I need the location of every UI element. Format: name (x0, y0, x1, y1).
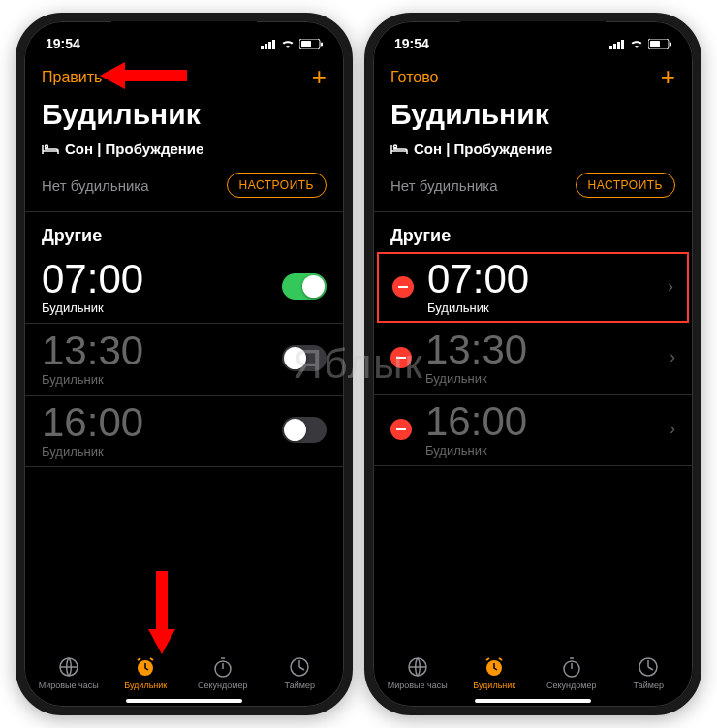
svg-rect-6 (321, 42, 323, 46)
svg-rect-19 (670, 42, 671, 46)
wifi-icon (280, 39, 296, 49)
stopwatch-icon (211, 655, 234, 679)
delete-alarm-button[interactable] (392, 276, 414, 298)
no-alarm-label: Нет будильника (390, 177, 498, 194)
tab-world-clock[interactable]: Мировые часы (379, 655, 456, 690)
alarm-time: 16:00 (42, 401, 282, 444)
svg-rect-16 (621, 40, 624, 49)
status-icons (609, 39, 671, 49)
timer-icon (637, 655, 660, 679)
tab-alarm[interactable]: Будильник (108, 655, 185, 690)
home-indicator[interactable] (475, 699, 591, 703)
svg-rect-0 (261, 46, 264, 49)
tab-timer[interactable]: Таймер (610, 655, 688, 690)
alarm-clock-icon (483, 655, 506, 679)
cellular-icon (609, 39, 625, 49)
tab-bar: Мировые часы Будильник Секундомер Таймер (24, 649, 344, 694)
wifi-icon (629, 39, 644, 49)
svg-rect-1 (265, 44, 267, 49)
done-button[interactable]: Готово (390, 69, 438, 86)
tab-label: Мировые часы (388, 681, 448, 690)
alarm-label: Будильник (427, 301, 660, 315)
nav-bar: Готово + (373, 56, 693, 96)
add-alarm-button[interactable]: + (312, 62, 327, 92)
svg-marker-11 (100, 62, 187, 89)
battery-icon (299, 39, 323, 49)
tab-timer[interactable]: Таймер (262, 655, 339, 690)
sleep-label: Сон | Пробуждение (414, 141, 552, 157)
setup-button[interactable]: НАСТРОИТЬ (227, 173, 327, 198)
notch (111, 21, 257, 45)
svg-marker-12 (148, 571, 175, 654)
alarm-toggle[interactable] (282, 417, 327, 443)
tab-label: Таймер (634, 681, 664, 690)
sleep-setup-row: Нет будильника НАСТРОИТЬ (373, 163, 693, 212)
page-title: Будильник (24, 96, 344, 141)
alarm-time: 07:00 (42, 258, 282, 301)
setup-button[interactable]: НАСТРОИТЬ (576, 173, 675, 198)
alarm-time: 13:30 (42, 330, 282, 372)
tab-bar: Мировые часы Будильник Секундомер Таймер (373, 649, 693, 694)
alarm-time: 16:00 (425, 400, 662, 443)
annotation-arrow-icon (100, 56, 187, 95)
globe-icon (406, 655, 429, 679)
status-time: 19:54 (46, 36, 80, 51)
alarm-row[interactable]: 13:30 Будильник (24, 324, 344, 396)
tab-label: Таймер (285, 681, 315, 690)
other-section-header: Другие (373, 212, 693, 252)
tab-label: Будильник (473, 681, 515, 690)
alarm-toggle[interactable] (282, 273, 327, 300)
alarm-toggle[interactable] (282, 345, 327, 371)
tab-world-clock[interactable]: Мировые часы (30, 655, 108, 690)
alarm-row[interactable]: 16:00 Будильник (24, 396, 344, 467)
svg-rect-5 (301, 41, 311, 47)
alarm-label: Будильник (425, 443, 662, 458)
alarm-label: Будильник (42, 301, 282, 315)
alarm-time: 13:30 (425, 329, 662, 371)
home-indicator[interactable] (126, 699, 242, 703)
sleep-setup-row: Нет будильника НАСТРОИТЬ (24, 163, 344, 212)
sleep-label: Сон | Пробуждение (65, 141, 203, 157)
svg-rect-3 (272, 40, 275, 49)
tab-stopwatch[interactable]: Секундомер (184, 655, 262, 690)
other-section-header: Другие (24, 212, 344, 252)
alarm-row-editing[interactable]: 07:00 Будильник › (377, 252, 689, 323)
alarm-time: 07:00 (427, 258, 660, 301)
alarm-label: Будильник (42, 444, 282, 459)
sleep-section-header: Сон | Пробуждение (373, 141, 693, 163)
bed-icon (42, 142, 59, 156)
globe-icon (57, 655, 80, 679)
notch (460, 21, 606, 45)
svg-rect-13 (609, 46, 612, 49)
alarm-row-editing[interactable]: 16:00 Будильник › (373, 395, 693, 466)
alarm-label: Будильник (425, 371, 662, 386)
chevron-right-icon: › (668, 276, 673, 297)
cellular-icon (261, 39, 276, 49)
alarm-label: Будильник (42, 372, 282, 387)
svg-rect-15 (617, 42, 620, 49)
add-alarm-button[interactable]: + (661, 62, 675, 92)
edit-button[interactable]: Править (42, 69, 102, 86)
toggle-knob (284, 419, 306, 441)
delete-alarm-button[interactable] (390, 419, 412, 440)
alarm-clock-icon (134, 655, 157, 679)
stopwatch-icon (560, 655, 583, 679)
page-title: Будильник (373, 96, 693, 141)
status-icons (261, 39, 323, 49)
tab-alarm[interactable]: Будильник (456, 655, 534, 690)
battery-icon (648, 39, 671, 49)
toggle-knob (302, 275, 325, 298)
svg-rect-14 (613, 44, 616, 49)
chevron-right-icon: › (670, 419, 675, 439)
chevron-right-icon: › (670, 347, 675, 367)
tab-label: Мировые часы (39, 681, 99, 690)
delete-alarm-button[interactable] (390, 347, 412, 368)
no-alarm-label: Нет будильника (42, 177, 149, 194)
timer-icon (288, 655, 311, 679)
tab-stopwatch[interactable]: Секундомер (533, 655, 610, 690)
toggle-knob (284, 347, 306, 369)
tab-label: Секундомер (198, 681, 247, 690)
alarm-row[interactable]: 07:00 Будильник (24, 252, 344, 324)
phone-left: 19:54 Править + Будильник Сон | Пробужде… (16, 13, 353, 715)
alarm-row-editing[interactable]: 13:30 Будильник › (373, 323, 693, 395)
